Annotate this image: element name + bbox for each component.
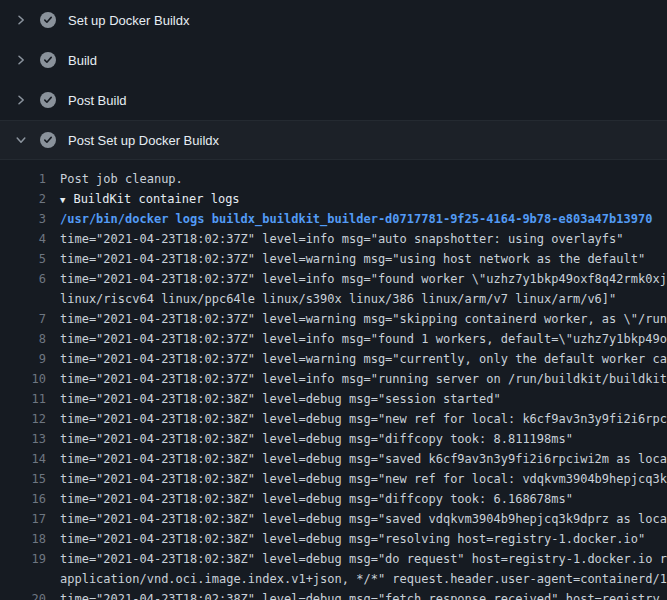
log-command-text: /usr/bin/docker logs buildx_buildkit_bui… [60, 209, 652, 229]
log-text: time="2021-04-23T18:02:37Z" level=info m… [60, 269, 667, 289]
log-line: 16time="2021-04-23T18:02:38Z" level=debu… [0, 489, 667, 509]
log-text: time="2021-04-23T18:02:37Z" level=warnin… [60, 249, 645, 269]
line-number[interactable]: 3 [0, 209, 46, 229]
line-number[interactable]: 7 [0, 309, 46, 329]
step-post-build[interactable]: Post Build [0, 80, 667, 120]
log-text: time="2021-04-23T18:02:37Z" level=info m… [60, 229, 624, 249]
line-number[interactable]: 13 [0, 429, 46, 449]
log-line: 17time="2021-04-23T18:02:38Z" level=debu… [0, 509, 667, 529]
chevron-right-icon[interactable] [14, 13, 28, 27]
line-number[interactable]: 1 [0, 169, 46, 189]
line-number [0, 289, 46, 309]
log-line: 19time="2021-04-23T18:02:38Z" level=debu… [0, 549, 667, 569]
line-number[interactable]: 12 [0, 409, 46, 429]
log-line: linux/riscv64 linux/ppc64le linux/s390x … [0, 289, 667, 309]
log-line: application/vnd.oci.image.index.v1+json,… [0, 569, 667, 589]
log-line: 11time="2021-04-23T18:02:38Z" level=debu… [0, 389, 667, 409]
step-build[interactable]: Build [0, 40, 667, 80]
line-number[interactable]: 4 [0, 229, 46, 249]
check-circle-icon [40, 132, 56, 148]
line-number[interactable]: 20 [0, 589, 46, 600]
group-caret-icon[interactable]: ▼ [60, 190, 65, 209]
check-circle-icon [40, 12, 56, 28]
log-line: 8time="2021-04-23T18:02:37Z" level=info … [0, 329, 667, 349]
log-text: time="2021-04-23T18:02:38Z" level=debug … [60, 469, 667, 489]
group-title[interactable]: BuildKit container logs [73, 192, 239, 206]
line-number[interactable]: 16 [0, 489, 46, 509]
log-text: time="2021-04-23T18:02:38Z" level=debug … [60, 409, 667, 429]
step-title: Set up Docker Buildx [68, 13, 189, 28]
log-text: time="2021-04-23T18:02:37Z" level=info m… [60, 369, 667, 389]
job-steps-list: Set up Docker Buildx Build Post Build Po… [0, 0, 667, 160]
line-number[interactable]: 19 [0, 549, 46, 569]
step-set-up-docker-buildx[interactable]: Set up Docker Buildx [0, 0, 667, 40]
log-text: time="2021-04-23T18:02:37Z" level=warnin… [60, 349, 667, 369]
line-number [0, 569, 46, 589]
log-line: 12time="2021-04-23T18:02:38Z" level=debu… [0, 409, 667, 429]
log-group-row: ▼BuildKit container logs [60, 189, 240, 209]
log-text: Post job cleanup. [60, 169, 183, 189]
log-line: 15time="2021-04-23T18:02:38Z" level=debu… [0, 469, 667, 489]
log-line: 13time="2021-04-23T18:02:38Z" level=debu… [0, 429, 667, 449]
log-text: time="2021-04-23T18:02:38Z" level=debug … [60, 589, 660, 600]
log-text: application/vnd.oci.image.index.v1+json,… [60, 569, 667, 589]
log-line: 14time="2021-04-23T18:02:38Z" level=debu… [0, 449, 667, 469]
line-number[interactable]: 17 [0, 509, 46, 529]
check-circle-icon [40, 52, 56, 68]
step-title: Post Set up Docker Buildx [68, 133, 219, 148]
line-number[interactable]: 6 [0, 269, 46, 289]
log-text: time="2021-04-23T18:02:38Z" level=debug … [60, 509, 667, 529]
log-line: 18time="2021-04-23T18:02:38Z" level=debu… [0, 529, 667, 549]
log-text: time="2021-04-23T18:02:37Z" level=info m… [60, 329, 667, 349]
log-text: time="2021-04-23T18:02:37Z" level=warnin… [60, 309, 667, 329]
log-line: 7time="2021-04-23T18:02:37Z" level=warni… [0, 309, 667, 329]
log-text: time="2021-04-23T18:02:38Z" level=debug … [60, 449, 667, 469]
log-text: time="2021-04-23T18:02:38Z" level=debug … [60, 529, 645, 549]
log-line: 10time="2021-04-23T18:02:37Z" level=info… [0, 369, 667, 389]
log-line: 3/usr/bin/docker logs buildx_buildkit_bu… [0, 209, 667, 229]
step-post-set-up-docker-buildx[interactable]: Post Set up Docker Buildx [0, 120, 667, 160]
step-title: Build [68, 53, 97, 68]
line-number[interactable]: 14 [0, 449, 46, 469]
log-line: 5time="2021-04-23T18:02:37Z" level=warni… [0, 249, 667, 269]
line-number[interactable]: 9 [0, 349, 46, 369]
line-number[interactable]: 11 [0, 389, 46, 409]
log-line: 9time="2021-04-23T18:02:37Z" level=warni… [0, 349, 667, 369]
log-line: 20time="2021-04-23T18:02:38Z" level=debu… [0, 589, 667, 600]
line-number[interactable]: 2 [0, 189, 46, 209]
log-text: time="2021-04-23T18:02:38Z" level=debug … [60, 549, 667, 569]
line-number[interactable]: 18 [0, 529, 46, 549]
log-line: 6time="2021-04-23T18:02:37Z" level=info … [0, 269, 667, 289]
step-title: Post Build [68, 93, 127, 108]
line-number[interactable]: 10 [0, 369, 46, 389]
line-number[interactable]: 8 [0, 329, 46, 349]
chevron-down-icon[interactable] [14, 133, 28, 147]
log-text: linux/riscv64 linux/ppc64le linux/s390x … [60, 289, 616, 309]
line-number[interactable]: 15 [0, 469, 46, 489]
log-line: 4time="2021-04-23T18:02:37Z" level=info … [0, 229, 667, 249]
chevron-right-icon[interactable] [14, 53, 28, 67]
log-text: time="2021-04-23T18:02:38Z" level=debug … [60, 429, 573, 449]
check-circle-icon [40, 92, 56, 108]
log-text: time="2021-04-23T18:02:38Z" level=debug … [60, 489, 573, 509]
line-number[interactable]: 5 [0, 249, 46, 269]
log-viewer: 1Post job cleanup.2▼BuildKit container l… [0, 160, 667, 600]
log-line: 2▼BuildKit container logs [0, 189, 667, 209]
log-text: time="2021-04-23T18:02:38Z" level=debug … [60, 389, 501, 409]
log-line: 1Post job cleanup. [0, 169, 667, 189]
chevron-right-icon[interactable] [14, 93, 28, 107]
